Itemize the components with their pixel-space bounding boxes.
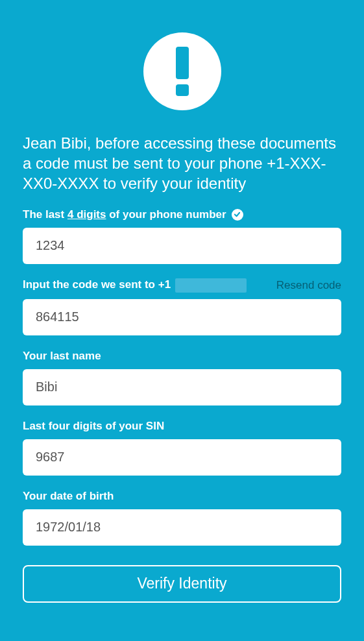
code-group: Input the code we sent to +1 Resend code (23, 278, 341, 335)
phone-digits-group: The last 4 digits of your phone number (23, 208, 341, 264)
code-label: Input the code we sent to +1 (23, 278, 248, 293)
sin-label: Last four digits of your SIN (23, 420, 164, 433)
sin-group: Last four digits of your SIN (23, 420, 341, 476)
phone-digits-input[interactable] (23, 228, 341, 264)
verify-identity-button[interactable]: Verify Identity (23, 565, 341, 603)
check-circle-icon (232, 209, 243, 221)
last-name-label: Your last name (23, 350, 101, 363)
exclamation-icon (143, 32, 221, 110)
last-name-group: Your last name (23, 350, 341, 405)
alert-icon-wrapper (23, 32, 341, 110)
sin-input[interactable] (23, 439, 341, 476)
code-input[interactable] (23, 299, 341, 335)
redacted-phone (175, 278, 247, 293)
verification-heading: Jean Bibi, before accessing these docume… (23, 133, 341, 194)
dob-label: Your date of birth (23, 490, 114, 503)
resend-code-link[interactable]: Resend code (276, 279, 341, 292)
dob-group: Your date of birth (23, 490, 341, 546)
last-name-input[interactable] (23, 369, 341, 405)
phone-digits-label: The last 4 digits of your phone number (23, 208, 243, 221)
dob-input[interactable] (23, 509, 341, 546)
verification-form-container: Jean Bibi, before accessing these docume… (0, 0, 364, 629)
